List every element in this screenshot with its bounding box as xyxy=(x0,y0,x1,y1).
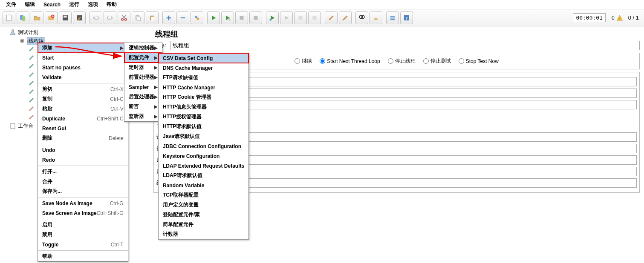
panel-title: 线程组 xyxy=(153,26,640,39)
menu-item[interactable]: 帮助 xyxy=(38,252,128,261)
menu-item[interactable]: 用户定义的变量 xyxy=(159,200,248,210)
menu-item[interactable]: 添加▶ xyxy=(38,43,128,53)
start-icon[interactable] xyxy=(207,11,220,24)
menu-search[interactable]: Search xyxy=(39,1,65,9)
menu-item[interactable]: DNS Cache Manager xyxy=(159,63,248,73)
menu-item[interactable]: 配置元件▶ xyxy=(124,53,162,63)
toggle-icon[interactable] xyxy=(191,11,203,24)
menu-item[interactable]: HTTP请求默认值 xyxy=(159,122,248,132)
menu-item[interactable]: LDAP请求默认值 xyxy=(159,171,248,180)
tree-root[interactable]: 测试计划 xyxy=(9,28,148,37)
menu-item[interactable]: 定时器▶ xyxy=(124,63,162,72)
menu-item[interactable]: Save Screen As ImageCtrl+Shift-G xyxy=(38,208,128,218)
submenu-config-element[interactable]: CSV Data Set ConfigDNS Cache ManagerFTP请… xyxy=(158,53,249,240)
menu-item[interactable]: 前置处理器▶ xyxy=(124,72,162,82)
menu-file[interactable]: 文件 xyxy=(2,0,20,9)
svg-point-15 xyxy=(228,18,231,20)
menu-item[interactable]: HTTP Cookie 管理器 xyxy=(159,92,248,102)
menu-run[interactable]: 运行 xyxy=(65,0,84,9)
svg-rect-17 xyxy=(254,16,258,20)
menu-item[interactable]: 删除Delete xyxy=(38,133,128,143)
menu-item[interactable]: DuplicateCtrl+Shift-C xyxy=(38,114,128,123)
menu-item[interactable]: Start no pauses xyxy=(38,63,128,72)
open-icon[interactable] xyxy=(31,11,43,24)
new-icon[interactable] xyxy=(3,11,15,24)
svg-rect-5 xyxy=(64,15,67,17)
menu-item[interactable]: 禁用 xyxy=(38,230,128,240)
collapse-icon[interactable] xyxy=(176,11,189,24)
menu-item[interactable]: LDAP Extended Request Defaults xyxy=(159,161,248,171)
menu-item[interactable]: ToggleCtrl-T xyxy=(38,240,128,249)
clear-all-icon[interactable] xyxy=(339,11,352,24)
flask-icon xyxy=(9,29,16,36)
menu-item[interactable]: 登陆配置元件/素 xyxy=(159,210,248,220)
menu-item[interactable]: 复制Ctrl-C xyxy=(38,94,128,104)
menu-edit[interactable]: 编辑 xyxy=(20,0,39,9)
menu-item[interactable]: FTP请求缺省值 xyxy=(159,73,248,83)
shutdown-icon[interactable] xyxy=(249,11,262,24)
function-helper-icon[interactable] xyxy=(386,11,399,24)
save-as-icon[interactable] xyxy=(73,11,86,24)
menu-item[interactable]: 后置处理器▶ xyxy=(124,92,162,102)
stop-icon[interactable] xyxy=(235,11,248,24)
submenu-add[interactable]: 逻辑控制器▶配置元件▶定时器▶前置处理器▶Sampler▶后置处理器▶断言▶监听… xyxy=(124,43,162,122)
menu-item[interactable]: 逻辑控制器▶ xyxy=(124,43,162,53)
save-icon[interactable] xyxy=(59,11,72,24)
menu-item[interactable]: Random Variable xyxy=(159,180,248,190)
menu-item[interactable]: Sampler▶ xyxy=(124,82,162,92)
menu-item[interactable]: Save Node As ImageCtrl-G xyxy=(38,198,128,208)
remote-stop-icon[interactable] xyxy=(294,11,307,24)
menu-item[interactable]: CSV Data Set Config xyxy=(159,53,248,63)
menu-item[interactable]: HTTP授权管理器 xyxy=(159,112,248,122)
radio-continue[interactable]: 继续 xyxy=(295,57,312,65)
menu-item[interactable]: 剪切Ctrl-X xyxy=(38,84,128,94)
menu-item[interactable]: 打开... xyxy=(38,167,128,177)
redo-icon[interactable] xyxy=(104,11,116,24)
clear-icon[interactable] xyxy=(325,11,338,24)
remote-start-icon[interactable] xyxy=(266,11,279,24)
start-no-pause-icon[interactable] xyxy=(221,11,234,24)
search-reset-icon[interactable] xyxy=(370,11,382,24)
menu-item[interactable]: 合并 xyxy=(38,177,128,186)
menu-item[interactable]: Reset Gui xyxy=(38,123,128,133)
undo-icon[interactable] xyxy=(90,11,102,24)
menu-item[interactable]: JDBC Connection Configuration xyxy=(159,141,248,151)
remote-start-all-icon[interactable] xyxy=(280,11,293,24)
menu-item[interactable]: Keystore Configuration xyxy=(159,151,248,161)
menu-item[interactable]: 粘贴Ctrl-V xyxy=(38,104,128,114)
radio-stop-test[interactable]: 停止测试 xyxy=(423,57,451,65)
menu-item[interactable]: HTTP信息头管理器 xyxy=(159,102,248,112)
search-icon[interactable] xyxy=(355,11,368,24)
menu-item[interactable]: Redo xyxy=(38,155,128,165)
name-input[interactable] xyxy=(170,41,640,50)
cut-icon[interactable] xyxy=(118,11,130,24)
menu-item[interactable]: Java请求默认值 xyxy=(159,132,248,141)
menu-item[interactable]: 保存为... xyxy=(38,186,128,196)
menu-item[interactable]: 监听器▶ xyxy=(124,111,162,121)
svg-point-18 xyxy=(269,19,271,21)
menu-bar: 文件 编辑 Search 运行 选项 帮助 xyxy=(0,0,644,9)
radio-stop-now[interactable]: Stop Test Now xyxy=(459,57,499,65)
copy-icon[interactable] xyxy=(132,11,144,24)
close-icon[interactable] xyxy=(45,11,58,24)
expand-icon[interactable] xyxy=(162,11,175,24)
menu-item[interactable]: Start xyxy=(38,53,128,63)
radio-stop-thread[interactable]: 停止线程 xyxy=(388,57,416,65)
menu-item[interactable]: 简单配置元件 xyxy=(159,220,248,229)
remote-shutdown-icon[interactable] xyxy=(308,11,321,24)
menu-help[interactable]: 帮助 xyxy=(102,0,121,9)
menu-options[interactable]: 选项 xyxy=(84,0,102,9)
paste-icon[interactable] xyxy=(146,11,159,24)
help-icon[interactable]: ? xyxy=(400,11,413,24)
menu-item[interactable]: 计数器 xyxy=(159,229,248,239)
templates-icon[interactable] xyxy=(17,11,29,24)
context-menu[interactable]: 添加▶StartStart no pausesValidate剪切Ctrl-X复… xyxy=(38,43,128,262)
menu-item[interactable]: TCP取样器配置 xyxy=(159,190,248,200)
tree-workbench-label: 工作台 xyxy=(18,123,33,130)
menu-item[interactable]: HTTP Cache Manager xyxy=(159,83,248,92)
radio-start-next[interactable]: Start Next Thread Loop xyxy=(320,57,380,65)
menu-item[interactable]: 启用 xyxy=(38,220,128,230)
menu-item[interactable]: Undo xyxy=(38,145,128,155)
menu-item[interactable]: 断言▶ xyxy=(124,102,162,111)
menu-item[interactable]: Validate xyxy=(38,72,128,82)
